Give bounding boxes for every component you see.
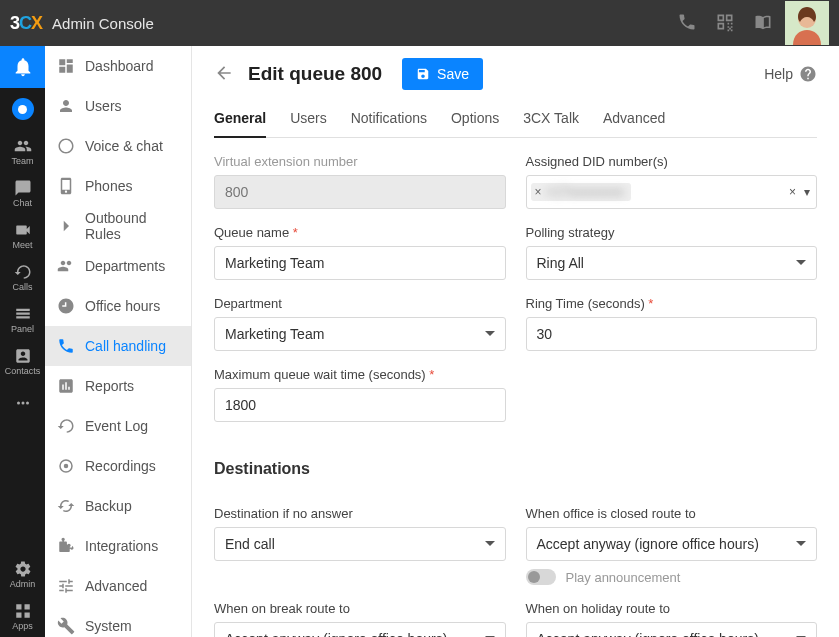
rail-chat[interactable]: Chat xyxy=(0,172,45,214)
field-on-holiday: When on holiday route to Accept anyway (… xyxy=(526,601,818,637)
field-on-break: When on break route to Accept anyway (ig… xyxy=(214,601,506,637)
logo: 3CX xyxy=(10,13,42,34)
svg-rect-7 xyxy=(24,612,29,617)
guide-icon[interactable] xyxy=(753,12,773,35)
sidebar: Dashboard Users Voice & chat Phones Outb… xyxy=(45,46,192,637)
dest-noanswer-label: Destination if no answer xyxy=(214,506,506,521)
on-break-label: When on break route to xyxy=(214,601,506,616)
did-chip[interactable]: ×+17xxxxxxxx xyxy=(531,183,631,201)
chrome-icon[interactable] xyxy=(0,88,45,130)
chip-remove-icon[interactable]: × xyxy=(535,185,542,199)
assigned-did-label: Assigned DID number(s) xyxy=(526,154,818,169)
tab-general[interactable]: General xyxy=(214,104,266,138)
rail-panel[interactable]: Panel xyxy=(0,298,45,340)
tabs: General Users Notifications Options 3CX … xyxy=(214,104,817,138)
sidebar-item-integrations[interactable]: Integrations xyxy=(45,526,191,566)
rail-calls[interactable]: Calls xyxy=(0,256,45,298)
ring-time-label: Ring Time (seconds) * xyxy=(526,296,818,311)
back-arrow-icon[interactable] xyxy=(214,63,234,86)
on-holiday-select[interactable]: Accept anyway (ignore office hours) xyxy=(526,622,818,637)
svg-rect-6 xyxy=(16,612,21,617)
rail-admin[interactable]: Admin xyxy=(0,553,45,595)
assigned-did-input[interactable]: ×+17xxxxxxxx ×▾ xyxy=(526,175,818,209)
svg-rect-4 xyxy=(16,604,21,609)
queue-name-input[interactable] xyxy=(214,246,506,280)
toggle-label: Play announcement xyxy=(566,570,681,585)
sidebar-item-call-handling[interactable]: Call handling xyxy=(45,326,191,366)
virtual-ext-label: Virtual extension number xyxy=(214,154,506,169)
notifications-icon[interactable] xyxy=(0,46,45,88)
sidebar-item-office-hours[interactable]: Office hours xyxy=(45,286,191,326)
sidebar-item-reports[interactable]: Reports xyxy=(45,366,191,406)
sidebar-item-recordings[interactable]: Recordings xyxy=(45,446,191,486)
svg-point-9 xyxy=(64,464,69,469)
field-max-wait: Maximum queue wait time (seconds) * xyxy=(214,367,506,422)
on-holiday-label: When on holiday route to xyxy=(526,601,818,616)
destinations-heading: Destinations xyxy=(214,460,817,478)
topbar-icons xyxy=(677,12,773,35)
dest-noanswer-select[interactable]: End call xyxy=(214,527,506,561)
sidebar-item-advanced[interactable]: Advanced xyxy=(45,566,191,606)
field-office-closed: When office is closed route to Accept an… xyxy=(526,506,818,585)
topbar: 3CX Admin Console xyxy=(0,0,839,46)
field-department: Department Marketing Team xyxy=(214,296,506,351)
rail-more[interactable] xyxy=(0,382,45,424)
field-queue-name: Queue name * xyxy=(214,225,506,280)
page-title: Edit queue 800 xyxy=(248,63,382,85)
left-rail: Team Chat Meet Calls Panel Contacts Admi… xyxy=(0,46,45,637)
app-title: Admin Console xyxy=(52,15,154,32)
sidebar-item-event-log[interactable]: Event Log xyxy=(45,406,191,446)
sidebar-item-users[interactable]: Users xyxy=(45,86,191,126)
office-closed-select[interactable]: Accept anyway (ignore office hours) xyxy=(526,527,818,561)
sidebar-item-phones[interactable]: Phones xyxy=(45,166,191,206)
sidebar-item-voice-chat[interactable]: Voice & chat xyxy=(45,126,191,166)
qr-icon[interactable] xyxy=(715,12,735,35)
sidebar-item-dashboard[interactable]: Dashboard xyxy=(45,46,191,86)
save-button[interactable]: Save xyxy=(402,58,483,90)
max-wait-input[interactable] xyxy=(214,388,506,422)
field-ring-time: Ring Time (seconds) * xyxy=(526,296,818,351)
help-link[interactable]: Help xyxy=(764,65,817,83)
svg-rect-5 xyxy=(24,604,29,609)
field-assigned-did: Assigned DID number(s) ×+17xxxxxxxx ×▾ xyxy=(526,154,818,209)
rail-contacts[interactable]: Contacts xyxy=(0,340,45,382)
chevron-down-icon[interactable]: ▾ xyxy=(804,185,810,199)
svg-point-3 xyxy=(26,402,29,405)
polling-label: Polling strategy xyxy=(526,225,818,240)
sidebar-item-system[interactable]: System xyxy=(45,606,191,637)
svg-point-2 xyxy=(21,402,24,405)
tab-options[interactable]: Options xyxy=(451,104,499,137)
department-select[interactable]: Marketing Team xyxy=(214,317,506,351)
on-break-select[interactable]: Accept anyway (ignore office hours) xyxy=(214,622,506,637)
max-wait-label: Maximum queue wait time (seconds) * xyxy=(214,367,506,382)
tab-users[interactable]: Users xyxy=(290,104,327,137)
field-virtual-ext: Virtual extension number xyxy=(214,154,506,209)
main-content: Edit queue 800 Save Help General Users N… xyxy=(192,46,839,637)
ring-time-input[interactable] xyxy=(526,317,818,351)
rail-meet[interactable]: Meet xyxy=(0,214,45,256)
tab-notifications[interactable]: Notifications xyxy=(351,104,427,137)
virtual-ext-input xyxy=(214,175,506,209)
sidebar-item-outbound[interactable]: Outbound Rules xyxy=(45,206,191,246)
phone-icon[interactable] xyxy=(677,12,697,35)
tab-advanced[interactable]: Advanced xyxy=(603,104,665,137)
did-clear-icon[interactable]: × xyxy=(789,185,796,199)
rail-team[interactable]: Team xyxy=(0,130,45,172)
sidebar-item-backup[interactable]: Backup xyxy=(45,486,191,526)
field-dest-noanswer: Destination if no answer End call xyxy=(214,506,506,585)
department-label: Department xyxy=(214,296,506,311)
sidebar-item-departments[interactable]: Departments xyxy=(45,246,191,286)
office-closed-label: When office is closed route to xyxy=(526,506,818,521)
field-polling: Polling strategy Ring All xyxy=(526,225,818,280)
polling-select[interactable]: Ring All xyxy=(526,246,818,280)
office-closed-announcement-toggle[interactable] xyxy=(526,569,556,585)
queue-name-label: Queue name * xyxy=(214,225,506,240)
rail-apps[interactable]: Apps xyxy=(0,595,45,637)
svg-point-1 xyxy=(17,402,20,405)
avatar[interactable] xyxy=(785,1,829,45)
tab-3cx-talk[interactable]: 3CX Talk xyxy=(523,104,579,137)
